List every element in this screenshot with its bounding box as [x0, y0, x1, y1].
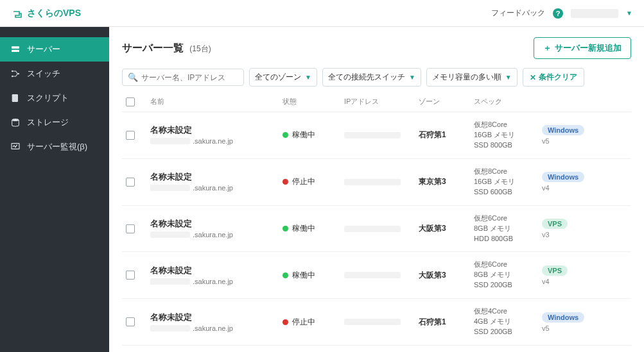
add-server-label: サーバー新規追加 [555, 42, 622, 54]
svg-rect-7 [12, 144, 19, 149]
sort-filter[interactable]: メモリ容量の多い順▼ [426, 68, 518, 87]
topbar: さくらのVPS フィードバック ? ▼ [0, 0, 644, 27]
version-text: v3 [542, 231, 550, 239]
status-cell: 稼働中 [283, 270, 340, 281]
status-text: 稼働中 [292, 270, 315, 281]
svg-point-6 [12, 119, 19, 121]
page-count: (15台) [189, 44, 211, 53]
row-checkbox[interactable] [126, 271, 135, 280]
server-name: 名称未設定 [150, 312, 279, 323]
zone-cell: 大阪第3 [419, 223, 470, 234]
sidebar-item-storage[interactable]: ストレージ [0, 110, 109, 135]
os-cell: VPSv3 [542, 219, 613, 239]
sidebar-item-label: サーバー [27, 44, 60, 55]
row-checkbox[interactable] [126, 317, 135, 326]
ip-masked [344, 132, 401, 138]
filter-bar: 🔍 全てのゾーン▼ 全ての接続先スイッチ▼ メモリ容量の多い順▼ ✕ 条件クリア [122, 68, 631, 87]
server-name: 名称未設定 [150, 219, 279, 230]
version-text: v4 [542, 184, 550, 192]
clear-filters-button[interactable]: ✕ 条件クリア [523, 68, 584, 87]
script-icon [10, 93, 21, 103]
col-ip: IPアドレス [344, 97, 415, 106]
status-dot-icon [283, 226, 288, 231]
search-input-wrap[interactable]: 🔍 [122, 69, 244, 86]
spec-cell: 仮想4Core4GB メモリSSD 200GB [474, 306, 538, 337]
os-badge: Windows [542, 312, 584, 323]
status-dot-icon [283, 319, 288, 325]
close-icon: ✕ [530, 73, 536, 82]
version-text: v5 [542, 324, 550, 332]
col-status: 状態 [283, 97, 340, 106]
server-icon [10, 44, 21, 54]
main-content: サーバー一覧 (15台) ＋ サーバー新規追加 🔍 全てのゾーン▼ 全ての接続先… [109, 27, 644, 352]
zone-filter[interactable]: 全てのゾーン▼ [249, 68, 317, 87]
chevron-down-icon[interactable]: ▼ [626, 10, 632, 17]
svg-rect-0 [12, 46, 19, 48]
hostname-masked [150, 325, 190, 331]
table-row[interactable]: 名称未設定.sakura.ne.jp稼働中石狩第1仮想8Core16GB メモリ… [122, 112, 631, 159]
spec-cell: 仮想8Core16GB メモリSSD 800GB [474, 120, 538, 151]
spec-cell: 仮想6Core8GB メモリHDD 800GB [474, 214, 538, 244]
server-name: 名称未設定 [150, 172, 279, 183]
hostname-masked [150, 138, 190, 144]
table-body: 名称未設定.sakura.ne.jp稼働中石狩第1仮想8Core16GB メモリ… [122, 112, 631, 352]
table-row[interactable]: 名称未設定.sakura.ne.jp稼働中大阪第3仮想6Core8GB メモリS… [122, 252, 631, 299]
status-dot-icon [283, 132, 288, 138]
spec-cell: 仮想6Core8GB メモリSSD 200GB [474, 260, 538, 290]
select-all-checkbox[interactable] [126, 97, 135, 106]
zone-cell: 東京第3 [419, 176, 470, 187]
status-cell: 停止中 [283, 317, 340, 328]
storage-icon [10, 117, 21, 128]
svg-rect-5 [12, 94, 18, 102]
help-icon[interactable]: ? [553, 8, 563, 19]
sidebar-item-script[interactable]: スクリプト [0, 86, 109, 110]
status-cell: 稼働中 [283, 130, 340, 140]
ip-cell [344, 132, 415, 138]
add-server-button[interactable]: ＋ サーバー新規追加 [534, 37, 631, 59]
feedback-link[interactable]: フィードバック [491, 8, 545, 19]
status-text: 停止中 [292, 317, 315, 328]
topbar-right: フィードバック ? ▼ [491, 8, 632, 19]
brand[interactable]: さくらのVPS [12, 8, 81, 19]
ip-cell [344, 319, 415, 325]
table-row[interactable]: 名称未設定.sakura.ne.jp停止中石狩第1仮想4Core4GB メモリS… [122, 299, 631, 346]
sidebar-item-server[interactable]: サーバー [0, 37, 109, 62]
table-row[interactable]: 名称未設定.sakura.ne.jp停止中東京第3仮想8Core16GB メモリ… [122, 159, 631, 206]
row-checkbox[interactable] [126, 224, 135, 233]
svg-point-3 [12, 76, 13, 78]
table-row[interactable]: 名称未設定.sakura.ne.jp稼働中大阪第3仮想6Core8GB メモリH… [122, 206, 631, 253]
name-cell: 名称未設定.sakura.ne.jp [150, 125, 279, 145]
search-input[interactable] [141, 73, 238, 82]
chevron-down-icon: ▼ [505, 74, 512, 81]
switch-filter[interactable]: 全ての接続先スイッチ▼ [322, 68, 421, 87]
status-dot-icon [283, 272, 288, 278]
domain-suffix: .sakura.ne.jp [193, 278, 233, 285]
page-header: サーバー一覧 (15台) ＋ サーバー新規追加 [122, 37, 631, 59]
name-cell: 名称未設定.sakura.ne.jp [150, 312, 279, 332]
page-title-wrap: サーバー一覧 (15台) [122, 42, 211, 55]
os-cell: Windowsv5 [542, 125, 613, 145]
hostname-masked [150, 231, 190, 238]
sidebar-item-switch[interactable]: スイッチ [0, 62, 109, 86]
status-text: 稼働中 [292, 223, 315, 234]
sidebar-item-label: スイッチ [27, 68, 60, 80]
chevron-down-icon: ▼ [305, 74, 311, 81]
os-badge: Windows [542, 125, 584, 135]
sidebar-item-monitor[interactable]: サーバー監視(β) [0, 135, 109, 159]
col-name: 名前 [150, 97, 279, 106]
server-name: 名称未設定 [150, 125, 279, 136]
sidebar-item-label: ストレージ [27, 117, 69, 128]
row-checkbox[interactable] [126, 178, 135, 187]
table-row[interactable]: 名称未設定.sakura.ne.jp稼働中東京第2仮想4Core4GB メモリH… [122, 346, 631, 352]
brand-icon [12, 8, 23, 19]
sidebar-item-label: サーバー監視(β) [27, 141, 87, 153]
switch-icon [10, 69, 21, 79]
version-text: v4 [542, 278, 550, 285]
page-title: サーバー一覧 [122, 42, 184, 53]
status-dot-icon [283, 179, 288, 185]
row-checkbox[interactable] [126, 131, 135, 140]
account-menu[interactable] [571, 9, 618, 18]
table-header: 名前 状態 IPアドレス ゾーン スペック [122, 92, 631, 112]
brand-text: さくらのVPS [27, 8, 81, 19]
sidebar: サーバースイッチスクリプトストレージサーバー監視(β) [0, 27, 109, 352]
